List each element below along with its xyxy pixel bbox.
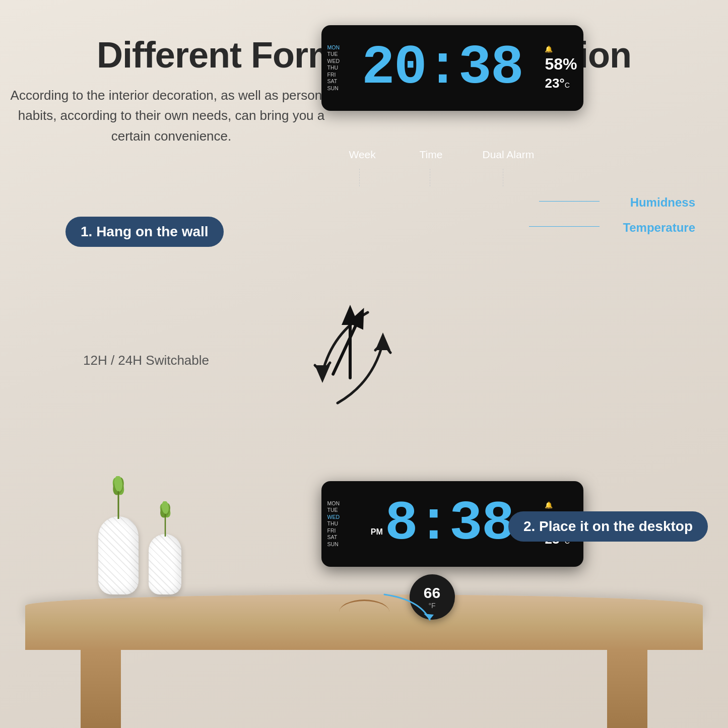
- arrows-decorative: [287, 297, 413, 423]
- alarm-icon-2: 🔔: [545, 501, 553, 509]
- plant-2: [153, 501, 178, 537]
- clock-display-1: MON TUE WED THU FRI SAT SUN 20:38 🔔 58% …: [321, 25, 583, 111]
- week-line: [359, 169, 360, 186]
- pm-label: PM: [371, 527, 383, 537]
- day2-sat: SAT: [327, 535, 340, 541]
- time-line: [430, 169, 430, 186]
- humidness-line: [539, 201, 600, 202]
- day-mon: MON: [327, 45, 340, 51]
- clock-time-2: 8:38: [385, 496, 514, 552]
- dual-alarm-line: [503, 169, 503, 186]
- clock-right-panel-1: 🔔 58% 23° C: [545, 45, 577, 91]
- desk-leg-left: [81, 650, 121, 728]
- temp-value-1: 23°: [545, 76, 564, 91]
- desk-body: [25, 622, 703, 650]
- vase-2: [149, 534, 181, 594]
- humidity-value-1: 58%: [545, 55, 577, 74]
- page-container: Different Forms Of Presentation Accordin…: [0, 0, 728, 728]
- label-week: Week: [349, 149, 376, 161]
- label-dual-alarm: Dual Alarm: [483, 149, 535, 161]
- clock-days-2: MON TUE WED THU FRI SAT SUN: [327, 501, 340, 548]
- clock-days-1: MON TUE WED THU FRI SAT SUN: [327, 45, 340, 92]
- day-thu: THU: [327, 65, 340, 71]
- day2-tue: TUE: [327, 507, 340, 513]
- svg-marker-3: [342, 305, 359, 325]
- day2-wed: WED: [327, 514, 340, 520]
- temperature-annotation: Temperature: [623, 221, 695, 235]
- clock-time-1: 20:38: [344, 40, 541, 96]
- day-tue: TUE: [327, 51, 340, 57]
- day2-thu: THU: [327, 521, 340, 527]
- humidness-annotation: Humidness: [630, 195, 695, 210]
- temp-row-1: 23° C: [545, 76, 569, 91]
- vase-1: [98, 516, 139, 594]
- humidity-row-1: 58%: [545, 55, 577, 74]
- temperature-label: Temperature: [623, 221, 695, 234]
- day2-sun: SUN: [327, 542, 340, 548]
- temp-unit-1: C: [565, 81, 570, 89]
- day2-fri: FRI: [327, 528, 340, 534]
- label-time: Time: [420, 149, 443, 161]
- switchable-text: 12H / 24H Switchable: [83, 353, 209, 368]
- day2-mon: MON: [327, 501, 340, 507]
- plant-1: [103, 476, 134, 519]
- day-sat: SAT: [327, 79, 340, 85]
- subtitle: According to the interior decoration, as…: [0, 85, 343, 146]
- vase-container-2: [149, 534, 181, 594]
- temperature-line: [529, 226, 600, 227]
- vase-pattern-2: [149, 534, 181, 594]
- temp-bubble-arrow: [379, 589, 440, 630]
- hang-on-wall-label: 1. Hang on the wall: [65, 217, 224, 247]
- humidness-label: Humidness: [630, 195, 695, 210]
- day-fri: FRI: [327, 72, 340, 78]
- alarm-icon-1: 🔔: [545, 45, 553, 53]
- vase-pattern-1: [98, 516, 139, 594]
- desk-leg-right: [607, 650, 647, 728]
- place-on-desktop-label: 2. Place it on the desktop: [508, 511, 708, 542]
- day-wed: WED: [327, 58, 340, 64]
- day-sun: SUN: [327, 86, 340, 92]
- vase-container-1: [98, 516, 139, 594]
